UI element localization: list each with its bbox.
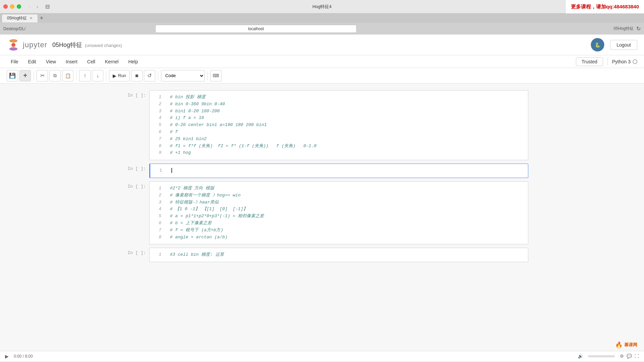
refresh-icon[interactable]: ↻ <box>636 25 641 32</box>
svg-point-1 <box>9 47 17 51</box>
menu-kernel[interactable]: Kernel <box>101 57 122 66</box>
code-line: 1 #2*2 梯度 方向 模版 <box>153 185 525 192</box>
code-line: 5 # a = p1*1+p2*0+p3*(-1) = 相邻像素之差 <box>153 213 525 220</box>
kernel-indicator: Python 3 <box>612 59 637 64</box>
volume-icon[interactable]: 🔊 <box>578 354 583 359</box>
code-line: 7 # 25 bin1 bin2 <box>153 136 525 143</box>
code-line: 6 # f <box>153 129 525 136</box>
minimize-button[interactable] <box>10 4 14 9</box>
browser-tab[interactable]: 05Hog特征 ✕ <box>2 14 38 22</box>
logout-button[interactable]: Logout <box>610 40 637 50</box>
code-line: 9 # +1 hog <box>153 149 525 157</box>
fullscreen-icon[interactable]: ⛶ <box>635 354 639 359</box>
code-line: 5 # 0-20 center bin1 a=190 180 200 bin1 <box>153 122 525 129</box>
run-button[interactable]: ▶ Run <box>109 70 130 81</box>
browser-bar: Desktop/DL/ localhost 05Hog特征 ↻ <box>0 23 644 35</box>
control-icons: ⚙ 💬 ⛶ <box>620 354 639 359</box>
keyboard-shortcuts-button[interactable]: ⌨ <box>210 70 222 81</box>
kernel-name: Python 3 <box>612 59 631 64</box>
play-icon[interactable]: ▶ <box>5 354 9 359</box>
tab-label-right: 05Hog特征 <box>614 26 634 32</box>
menu-file[interactable]: File <box>7 57 22 66</box>
add-cell-button[interactable]: + <box>19 70 31 81</box>
muke-logo-text: 慕课网 <box>624 342 637 348</box>
cell-4-prompt: In [ ]: <box>116 248 149 262</box>
cell-4: In [ ]: 1 #3 cell bin 梯度: 运算 <box>116 248 528 262</box>
code-line: 2 # 像素都有一个梯度 》hog== win <box>153 192 525 199</box>
toolbar-sep-1 <box>34 71 34 80</box>
svg-text:🐍: 🐍 <box>595 42 601 48</box>
tab-label: 05Hog特征 <box>7 15 27 21</box>
jupyter-header: jupyter 05Hog特征 (unsaved changes) 🐍 Logo… <box>0 35 644 55</box>
save-button[interactable]: 💾 <box>7 70 18 81</box>
new-tab-icon[interactable]: + <box>40 15 43 22</box>
cell-1-prompt: In [ ]: <box>116 90 149 160</box>
back-arrow-icon[interactable]: ‹ <box>26 3 33 10</box>
qq-banner: 更多课程，请加qq:484683840 <box>566 0 644 13</box>
menu-cell[interactable]: Cell <box>83 57 99 66</box>
toolbar-sep-3 <box>106 71 106 80</box>
notebook-status: (unsaved changes) <box>85 43 122 48</box>
kernel-status-circle <box>633 59 637 64</box>
forward-arrow-icon[interactable]: › <box>34 3 41 10</box>
menu-edit[interactable]: Edit <box>24 57 40 66</box>
code-line: 3 # bin1 0-20 180-200 <box>153 108 525 115</box>
svg-point-2 <box>11 43 15 47</box>
move-down-icon: ↓ <box>96 73 99 79</box>
cell-2-code[interactable]: 1 <box>150 164 528 178</box>
cell-3-prompt: In [ ]: <box>116 181 149 244</box>
toolbar-sep-4 <box>158 71 158 80</box>
header-right: 🐍 Logout <box>590 37 637 52</box>
toolbar-sep-5 <box>207 71 208 80</box>
notebook-container: In [ ]: 1 # bin 投影 梯度 2 # bin 0-360 9bin… <box>109 90 535 262</box>
code-line: 4 # ij f a = 10 <box>153 115 525 122</box>
tab-icon: ⊟ <box>44 3 51 10</box>
save-icon: 💾 <box>9 72 16 79</box>
menu-insert[interactable]: Insert <box>62 57 82 66</box>
code-line: 7 # f = 根号下 (a方+b方) <box>153 227 525 234</box>
move-down-button[interactable]: ↓ <box>92 70 103 81</box>
code-line: 8 # f1 = f*f (夹角) f2 = f* (1-f (夹角)) f (… <box>153 143 525 150</box>
menu-help[interactable]: Help <box>124 57 142 66</box>
status-bar: ▶ 0:00 / 8:00 🔊 ⚙ 💬 ⛶ <box>0 351 644 361</box>
jupyter-logo: jupyter <box>7 38 47 52</box>
code-line: 1 # bin 投影 梯度 <box>153 94 525 101</box>
cell-3-content[interactable]: 1 #2*2 梯度 方向 模版 2 # 像素都有一个梯度 》hog== win … <box>149 181 528 244</box>
subtitle-icon[interactable]: 💬 <box>627 354 632 359</box>
traffic-lights <box>3 4 21 9</box>
url-bar[interactable]: localhost <box>155 25 357 33</box>
settings-icon[interactable]: ⚙ <box>620 354 624 359</box>
progress-bar[interactable] <box>588 355 615 357</box>
jupyter-logo-icon <box>7 38 20 52</box>
cell-1-code: 1 # bin 投影 梯度 2 # bin 0-360 9bin 0-40 3 … <box>150 90 528 160</box>
title-bar: ‹ › ⊟ Hog特征4 更多课程，请加qq:484683840 <box>0 0 644 13</box>
cell-1-content[interactable]: 1 # bin 投影 梯度 2 # bin 0-360 9bin 0-40 3 … <box>149 90 528 160</box>
code-line: 6 # b = 上下像素之差 <box>153 220 525 227</box>
stop-button[interactable]: ■ <box>131 70 143 81</box>
status-bar-right: 🔊 ⚙ 💬 ⛶ <box>578 354 639 359</box>
code-line: 1 #3 cell bin 梯度: 运算 <box>153 251 525 258</box>
copy-button[interactable]: ⧉ <box>49 70 61 81</box>
move-up-icon: ↑ <box>84 73 86 79</box>
move-up-button[interactable]: ↑ <box>79 70 91 81</box>
cut-button[interactable]: ✂ <box>37 70 48 81</box>
cell-4-content[interactable]: 1 #3 cell bin 梯度: 运算 <box>149 248 528 262</box>
paste-button[interactable]: 📋 <box>62 70 73 81</box>
cell-4-code: 1 #3 cell bin 梯度: 运算 <box>150 248 528 262</box>
trusted-button[interactable]: Trusted <box>576 57 603 66</box>
code-line: 2 # bin 0-360 9bin 0-40 <box>153 101 525 108</box>
cell-3: In [ ]: 1 #2*2 梯度 方向 模版 2 # 像素都有一个梯度 》ho… <box>116 181 528 244</box>
keyboard-icon: ⌨ <box>213 73 219 78</box>
tab-close-icon[interactable]: ✕ <box>30 16 33 20</box>
close-button[interactable] <box>3 4 8 9</box>
notebook-title[interactable]: 05Hog特征 <box>52 41 82 49</box>
cell-type-select[interactable]: Code Markdown Raw NBConvert <box>161 70 205 81</box>
progress-area[interactable] <box>588 355 615 357</box>
cell-2-content[interactable]: 1 <box>149 164 528 178</box>
muke-logo: 🔥 慕课网 <box>615 341 637 349</box>
toolbar-sep-2 <box>76 71 76 80</box>
menu-view[interactable]: View <box>42 57 60 66</box>
restart-button[interactable]: ↺ <box>144 70 155 81</box>
time-display: 0:00 / 8:00 <box>14 354 33 359</box>
maximize-button[interactable] <box>17 4 21 9</box>
